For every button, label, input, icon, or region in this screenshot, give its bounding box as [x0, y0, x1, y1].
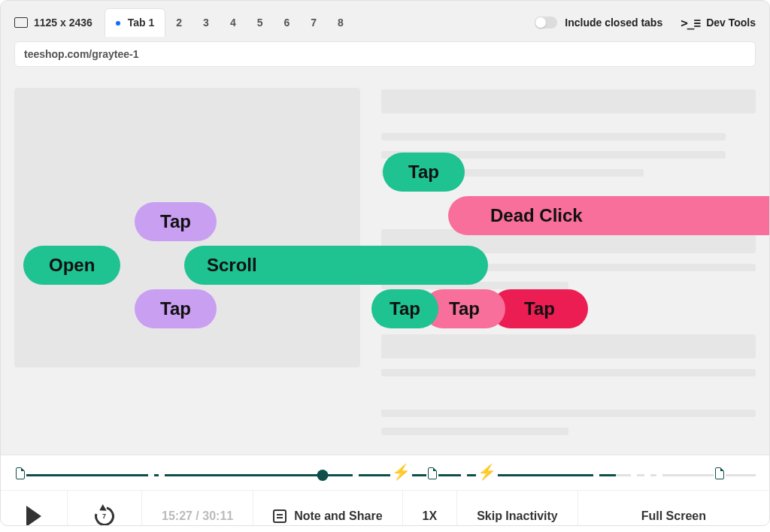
- toggle-switch-icon[interactable]: [535, 17, 557, 29]
- skeleton-line: [381, 133, 726, 141]
- tab-4[interactable]: 4: [220, 9, 247, 36]
- event-tap[interactable]: Tap: [491, 289, 588, 328]
- tab-label: Tab 1: [128, 17, 155, 29]
- viewport-dimensions: 1125 x 2436: [34, 17, 92, 29]
- tab-strip: Tab 1 2 3 4 5 6 7 8: [105, 8, 354, 37]
- play-icon: [26, 506, 41, 526]
- devtools-icon: >_≡: [681, 16, 700, 30]
- speed-button[interactable]: 1X: [403, 491, 458, 526]
- viewport-size: 1125 x 2436: [14, 17, 92, 29]
- tab-6[interactable]: 6: [273, 9, 300, 36]
- lightning-icon: ⚡: [476, 466, 498, 478]
- time-counter: 15:27 / 30:11: [142, 491, 253, 526]
- toolbar: 1125 x 2436 Tab 1 2 3 4 5 6 7 8 Include …: [1, 1, 769, 41]
- replay-button[interactable]: 7: [68, 491, 142, 526]
- screen-icon: [14, 17, 28, 28]
- timeline-track[interactable]: ⚡ ⚡: [14, 463, 756, 490]
- tab-5[interactable]: 5: [247, 9, 274, 36]
- skeleton-line: [381, 89, 756, 113]
- page-icon: [14, 467, 26, 483]
- tab-8[interactable]: 8: [327, 9, 354, 36]
- playhead[interactable]: [317, 470, 329, 481]
- tab-7[interactable]: 7: [300, 9, 327, 36]
- event-tap[interactable]: Tap: [135, 289, 217, 328]
- timeline-section: ⚡ ⚡ 7 15:27 / 30:11 Not: [1, 455, 769, 526]
- skeleton-line: [381, 410, 756, 417]
- note-icon: [273, 509, 286, 523]
- devtools-button[interactable]: >_≡ Dev Tools: [681, 16, 756, 30]
- skeleton-line: [381, 369, 756, 376]
- event-scroll[interactable]: Scroll: [184, 246, 488, 285]
- include-closed-toggle[interactable]: Include closed tabs: [535, 17, 662, 29]
- include-closed-label: Include closed tabs: [565, 17, 662, 29]
- tab-1[interactable]: Tab 1: [105, 8, 165, 37]
- page-icon: [714, 467, 726, 483]
- tab-3[interactable]: 3: [192, 9, 220, 36]
- active-dot-icon: [116, 21, 120, 26]
- note-share-button[interactable]: Note and Share: [253, 491, 402, 526]
- play-button[interactable]: [1, 491, 68, 526]
- url-text: teeshop.com/graytee-1: [24, 48, 139, 60]
- event-tap[interactable]: Tap: [383, 153, 465, 192]
- replay-icon: 7: [91, 503, 118, 526]
- event-open[interactable]: Open: [23, 246, 120, 285]
- session-replay-frame: 1125 x 2436 Tab 1 2 3 4 5 6 7 8 Include …: [0, 0, 770, 526]
- devtools-label: Dev Tools: [706, 17, 756, 29]
- skip-inactivity-button[interactable]: Skip Inactivity: [457, 491, 578, 526]
- playback-controls: 7 15:27 / 30:11 Note and Share 1X Skip I…: [1, 490, 769, 526]
- tab-2[interactable]: 2: [165, 9, 192, 36]
- url-bar[interactable]: teeshop.com/graytee-1: [14, 41, 756, 67]
- event-tap[interactable]: Tap: [135, 202, 217, 241]
- replay-canvas: Tap Tap Dead Click Open Scroll Tap Tap T…: [1, 74, 769, 455]
- fullscreen-button[interactable]: Full Screen: [578, 491, 769, 526]
- page-icon: [426, 467, 438, 483]
- skeleton-line: [381, 334, 756, 358]
- skeleton-line: [381, 428, 568, 435]
- event-dead-click[interactable]: Dead Click: [448, 196, 770, 235]
- event-tap[interactable]: Tap: [371, 289, 438, 328]
- lightning-icon: ⚡: [390, 466, 412, 478]
